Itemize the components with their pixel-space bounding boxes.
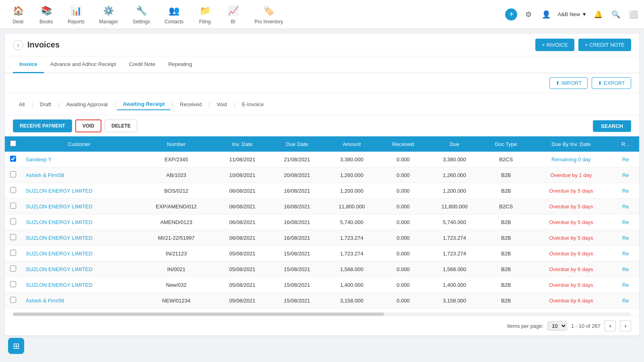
- nav-books[interactable]: 📚 Books: [32, 1, 60, 28]
- filter-draft[interactable]: Draft: [34, 99, 57, 110]
- receive-payment-button[interactable]: RECEIVE PAYMENT: [13, 119, 72, 132]
- row-due-by-inv-date: Overdue by 5 days: [530, 183, 612, 199]
- table-row: SUZLON ENERGY LIMITED AMEND/0123 06/08/2…: [5, 214, 639, 230]
- user-switch-icon[interactable]: 👤: [540, 8, 553, 21]
- row-inv-date: 05/08/2021: [215, 261, 270, 277]
- row-checkbox-cell[interactable]: [5, 277, 21, 293]
- filter-sep-5: |: [208, 101, 210, 107]
- row-customer[interactable]: Ashish & Firm58: [21, 167, 138, 183]
- filter-awaiting-approval[interactable]: Awaiting Approval: [60, 99, 114, 110]
- tab-invoice[interactable]: Invoice: [13, 56, 44, 73]
- row-checkbox[interactable]: [10, 187, 16, 193]
- tab-credit-note[interactable]: Credit Note: [122, 56, 162, 73]
- row-customer[interactable]: SUZLON ENERGY LIMITED: [21, 214, 138, 230]
- row-checkbox-cell[interactable]: [5, 152, 21, 167]
- tab-repeating[interactable]: Repeating: [162, 56, 198, 73]
- row-checkbox[interactable]: [10, 281, 16, 287]
- search-icon[interactable]: 🔍: [609, 8, 622, 21]
- row-customer[interactable]: SUZLON ENERGY LIMITED: [21, 199, 138, 214]
- row-amount: 1,260.000: [324, 167, 379, 183]
- row-customer[interactable]: SUZLON ENERGY LIMITED: [21, 277, 138, 293]
- user-badge[interactable]: A&B New ▼: [557, 11, 587, 17]
- filter-einvoice[interactable]: E-Invoice: [236, 99, 270, 110]
- pagination-range: 1 - 10 of 267: [571, 323, 601, 329]
- row-checkbox[interactable]: [10, 234, 16, 240]
- row-checkbox-cell[interactable]: [5, 246, 21, 261]
- row-due-by-inv-date: Overdue by 6 days: [530, 277, 612, 293]
- invoice-button[interactable]: + INVOICE: [535, 39, 574, 51]
- apps-icon[interactable]: ⬜: [627, 8, 640, 21]
- add-button[interactable]: +: [505, 8, 517, 21]
- nav-desk[interactable]: 🏠 Desk: [4, 1, 32, 28]
- row-checkbox[interactable]: [10, 250, 16, 256]
- row-due: 1,400.000: [427, 277, 482, 293]
- row-checkbox-cell[interactable]: [5, 167, 21, 183]
- scrollbar-thumb[interactable]: [13, 313, 384, 316]
- table-row: Ashish & Firm58 NEW/01234 05/08/2021 15/…: [5, 293, 639, 309]
- nav-contacts[interactable]: 👥 Contacts: [157, 1, 191, 28]
- filter-void[interactable]: Void: [211, 99, 233, 110]
- row-checkbox[interactable]: [10, 203, 16, 209]
- row-customer[interactable]: SUZLON ENERGY LIMITED: [21, 261, 138, 277]
- row-checkbox[interactable]: [10, 218, 16, 224]
- col-due-date: Due Date: [270, 136, 324, 152]
- filter-all[interactable]: All: [13, 99, 31, 110]
- row-inv-date: 06/08/2021: [215, 183, 270, 199]
- row-amount: 5,740.000: [324, 214, 379, 230]
- row-checkbox-cell[interactable]: [5, 293, 21, 309]
- row-due: 3,380.000: [427, 152, 482, 167]
- select-all-header[interactable]: [5, 136, 21, 152]
- row-checkbox[interactable]: [10, 297, 16, 303]
- manager-icon: ⚙️: [102, 4, 115, 17]
- nav-manager[interactable]: ⚙️ Manager: [92, 1, 125, 28]
- row-checkbox-cell[interactable]: [5, 214, 21, 230]
- import-button[interactable]: ⬆ IMPORT: [549, 77, 588, 89]
- back-button[interactable]: ‹: [13, 40, 23, 50]
- row-extra: Re: [612, 183, 639, 199]
- notification-icon[interactable]: 🔔: [592, 8, 605, 21]
- row-checkbox-cell[interactable]: [5, 230, 21, 246]
- nav-reports[interactable]: 📊 Reports: [60, 1, 92, 28]
- items-per-page-label: Items per page:: [507, 323, 543, 329]
- page-title-area: ‹ Invoices: [13, 40, 60, 50]
- filter-received[interactable]: Received: [174, 99, 208, 110]
- select-all-checkbox[interactable]: [10, 140, 16, 146]
- row-inv-date: 10/08/2021: [215, 167, 270, 183]
- nav-filing[interactable]: 📁 Filing: [191, 1, 219, 28]
- row-extra: Re: [612, 152, 639, 167]
- row-due-by-inv-date: Overdue by 6 days: [530, 246, 612, 261]
- row-checkbox-cell[interactable]: [5, 183, 21, 199]
- items-per-page-select[interactable]: 10 25 50: [547, 321, 567, 331]
- floating-menu-button[interactable]: ⊞: [8, 338, 24, 340]
- row-customer[interactable]: SUZLON ENERGY LIMITED: [21, 183, 138, 199]
- row-customer[interactable]: SUZLON ENERGY LIMITED: [21, 246, 138, 261]
- search-button[interactable]: SEARCH: [593, 120, 631, 132]
- horizontal-scrollbar[interactable]: [13, 313, 631, 316]
- next-page-button[interactable]: ›: [620, 320, 631, 331]
- nav-settings[interactable]: 🔧 Settings: [125, 1, 157, 28]
- user-chevron-icon: ▼: [582, 11, 587, 17]
- nav-pro-inventory[interactable]: 🏷️ Pro Inventory: [247, 1, 290, 28]
- row-checkbox-cell[interactable]: [5, 199, 21, 214]
- nav-bi[interactable]: 📈 BI: [219, 1, 247, 28]
- row-checkbox-cell[interactable]: [5, 261, 21, 277]
- settings-gear-icon[interactable]: ⚙: [522, 8, 535, 21]
- filter-awaiting-receipt[interactable]: Awaiting Receipt: [117, 98, 171, 110]
- row-number: MI/21-22/51997: [138, 230, 215, 246]
- nav-desk-label: Desk: [12, 19, 23, 25]
- row-checkbox[interactable]: [10, 156, 16, 162]
- row-amount: 3,158.000: [324, 293, 379, 309]
- void-button[interactable]: VOID: [75, 119, 101, 132]
- row-checkbox[interactable]: [10, 265, 16, 272]
- tab-advance[interactable]: Advance and Adhoc Receipt: [44, 56, 122, 73]
- prev-page-button[interactable]: ‹: [605, 320, 616, 331]
- row-customer[interactable]: Sandeep Y: [21, 152, 138, 167]
- row-due-date: 16/08/2021: [270, 214, 324, 230]
- delete-button[interactable]: DELETE: [105, 119, 137, 132]
- row-checkbox[interactable]: [10, 171, 16, 177]
- nav-filing-label: Filing: [199, 19, 211, 25]
- row-customer[interactable]: SUZLON ENERGY LIMITED: [21, 230, 138, 246]
- credit-note-button[interactable]: + CREDIT NOTE: [578, 39, 631, 51]
- export-button[interactable]: ⬆ EXPORT: [592, 77, 631, 89]
- row-customer[interactable]: Ashish & Firm58: [21, 293, 138, 309]
